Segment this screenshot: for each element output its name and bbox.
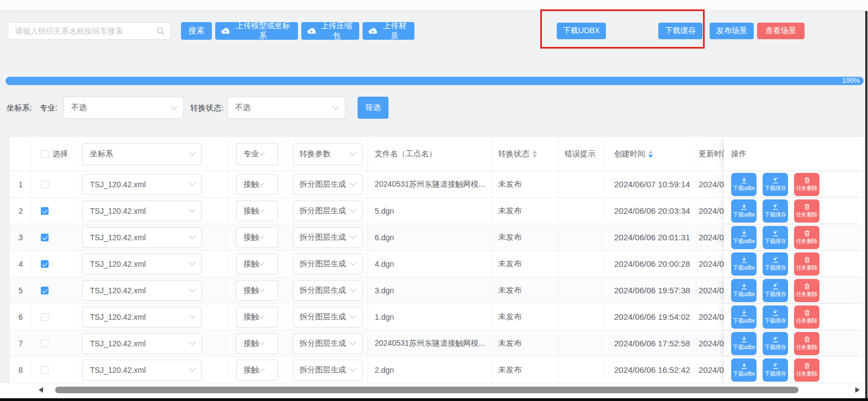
major-select[interactable]: 接触网 (236, 227, 278, 248)
row-download-cache-button[interactable]: 下载缓存 (763, 252, 788, 276)
sort-carets-icon[interactable] (532, 150, 537, 158)
row-checkbox[interactable] (41, 287, 49, 294)
row-download-cache-button[interactable]: 下载缓存 (763, 358, 788, 382)
major-select[interactable]: 接触网 (236, 280, 278, 301)
convert-status: 未发布 (493, 251, 559, 277)
row-download-udbx-button[interactable]: 下载udbx (731, 226, 757, 249)
param-select[interactable]: 拆分图层生成 (293, 333, 363, 354)
coord-select-value: TSJ_120.42.xml (83, 260, 190, 268)
row-task-delete-button[interactable]: 任务删除 (794, 279, 819, 302)
coord-select[interactable]: TSJ_120.42.xml (82, 307, 202, 328)
horizontal-scrollbar-thumb[interactable] (55, 387, 798, 393)
search-input[interactable] (8, 27, 156, 35)
search-button[interactable]: 搜索 (181, 22, 212, 40)
row-download-udbx-button[interactable]: 下载udbx (731, 279, 757, 302)
table-row: 6 TSJ_120.42.xml 接触网 拆分图层生成 1.dgn 未发布 20… (10, 304, 864, 330)
status-filter-select[interactable]: 不选 (227, 97, 345, 119)
row-task-delete-button[interactable]: 任务删除 (794, 305, 819, 329)
chevron-down-icon (189, 285, 196, 292)
publish-scene-button[interactable]: 发布场景 (710, 23, 754, 39)
row-checkbox[interactable] (41, 366, 49, 374)
row-download-udbx-button[interactable]: 下载udbx (731, 332, 757, 355)
coord-select[interactable]: TSJ_120.42.xml (82, 200, 202, 221)
row-download-udbx-button[interactable]: 下载udbx (731, 173, 757, 196)
major-select[interactable]: 接触网 (236, 307, 278, 328)
major-filter-select[interactable]: 不选 (63, 97, 184, 119)
major-header-cell: 专业 (227, 137, 283, 171)
chevron-down-icon (189, 312, 196, 319)
view-scene-button[interactable]: 查看场景 (757, 23, 805, 39)
major-select[interactable]: 接触网 (236, 333, 278, 354)
param-header-value: 转换参数 (294, 149, 350, 159)
scrollbar-left-arrow-icon[interactable] (39, 387, 43, 393)
created-header-cell[interactable]: 创建时间 (603, 137, 696, 171)
coord-header-cell: 坐标系 (74, 137, 227, 171)
row-download-cache-button[interactable]: 下载缓存 (763, 305, 788, 329)
row-param-cell: 拆分图层生成 (283, 224, 368, 250)
coord-select[interactable]: TSJ_120.42.xml (82, 254, 202, 275)
chevron-down-icon (332, 103, 339, 110)
table-row: 1 TSJ_120.42.xml 接触网 拆分图层生成 20240531苏州东隧… (10, 171, 864, 198)
major-select[interactable]: 接触网 (236, 200, 278, 221)
filter-button[interactable]: 筛选 (358, 97, 388, 119)
major-select-value: 接触网 (237, 259, 259, 269)
row-download-udbx-button[interactable]: 下载udbx (731, 199, 757, 223)
coord-select-value: TSJ_120.42.xml (83, 286, 190, 295)
row-download-udbx-button[interactable]: 下载udbx (731, 252, 757, 276)
upload-model-button[interactable]: 上传模型或坐标系 (215, 22, 298, 40)
row-task-delete-button[interactable]: 任务删除 (794, 332, 819, 355)
row-task-delete-button[interactable]: 任务删除 (794, 252, 819, 276)
row-download-cache-button[interactable]: 下载缓存 (763, 226, 788, 249)
row-download-cache-button[interactable]: 下载缓存 (763, 199, 788, 223)
coord-select[interactable]: TSJ_120.42.xml (82, 174, 202, 195)
row-task-delete-button[interactable]: 任务删除 (794, 358, 819, 382)
major-select[interactable]: 接触网 (236, 360, 278, 381)
upload-material-label: 上传材质 (381, 21, 409, 41)
param-select[interactable]: 拆分图层生成 (293, 280, 363, 301)
row-task-delete-button[interactable]: 任务删除 (794, 199, 819, 223)
row-checkbox[interactable] (41, 260, 49, 268)
coord-select[interactable]: TSJ_120.42.xml (82, 280, 202, 301)
chevron-down-icon (349, 149, 356, 156)
coord-select[interactable]: TSJ_120.42.xml (82, 227, 202, 248)
status-filter-value: 不选 (228, 103, 333, 113)
row-download-udbx-button[interactable]: 下载udbx (731, 305, 757, 329)
row-checkbox[interactable] (41, 234, 49, 241)
param-select[interactable]: 拆分图层生成 (293, 174, 363, 195)
table-row: 8 TSJ_120.42.xml 接触网 拆分图层生成 2.dgn 未发布 20… (10, 357, 864, 383)
row-checkbox[interactable] (41, 340, 49, 347)
coord-select-value: TSJ_120.42.xml (83, 366, 190, 374)
coord-header-select[interactable]: 坐标系 (82, 143, 202, 165)
upload-material-button[interactable]: 上传材质 (363, 22, 414, 40)
coord-select[interactable]: TSJ_120.42.xml (82, 360, 202, 381)
row-checkbox[interactable] (41, 181, 49, 188)
major-select[interactable]: 接触网 (236, 254, 278, 275)
row-task-delete-button[interactable]: 任务删除 (794, 173, 819, 196)
param-select[interactable]: 拆分图层生成 (293, 254, 363, 275)
param-select[interactable]: 拆分图层生成 (293, 307, 363, 328)
progress-bar: 100% (6, 77, 864, 85)
major-header-select[interactable]: 专业 (236, 143, 278, 165)
param-header-select[interactable]: 转换参数 (293, 143, 363, 165)
sort-carets-icon[interactable] (648, 150, 653, 158)
row-task-delete-button[interactable]: 任务删除 (794, 226, 819, 249)
row-checkbox[interactable] (41, 207, 49, 215)
coord-select[interactable]: TSJ_120.42.xml (82, 333, 202, 354)
status-header-cell[interactable]: 转换状态 (493, 137, 559, 171)
row-download-udbx-button[interactable]: 下载udbx (731, 358, 757, 382)
download-cache-button[interactable]: 下载缓存 (658, 23, 702, 39)
download-udbx-button[interactable]: 下载UDBX (557, 23, 606, 39)
row-checkbox[interactable] (41, 313, 49, 321)
upload-zip-button[interactable]: 上传压缩包 (301, 22, 359, 40)
param-select[interactable]: 拆分图层生成 (293, 227, 363, 248)
param-select[interactable]: 拆分图层生成 (293, 360, 363, 381)
row-download-cache-button[interactable]: 下载缓存 (763, 279, 788, 302)
row-download-cache-button[interactable]: 下载缓存 (763, 173, 788, 196)
scrollbar-right-arrow-icon[interactable] (855, 387, 860, 393)
row-download-cache-button[interactable]: 下载缓存 (763, 332, 788, 355)
major-select[interactable]: 接触网 (236, 174, 278, 195)
row-coord-cell: TSJ_120.42.xml (74, 171, 227, 197)
search-box[interactable] (8, 22, 171, 40)
param-select[interactable]: 拆分图层生成 (293, 200, 363, 221)
select-all-checkbox[interactable] (41, 150, 49, 158)
